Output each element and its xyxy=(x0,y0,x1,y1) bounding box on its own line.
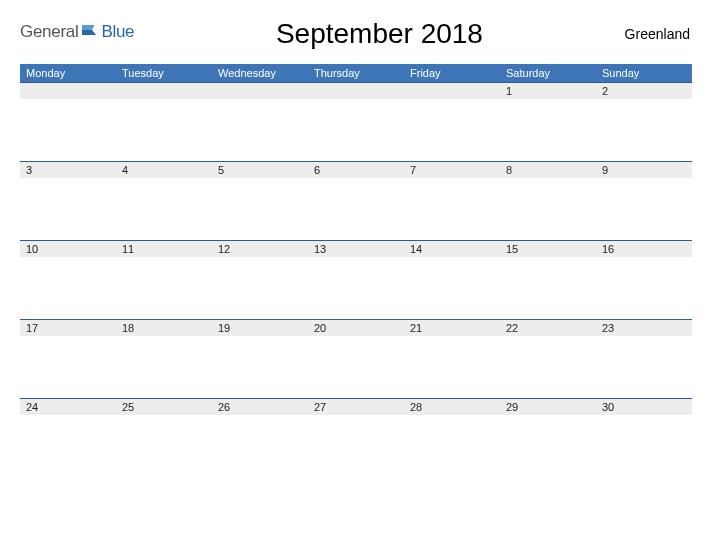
calendar-week: 17181920212223 xyxy=(20,319,692,398)
calendar-week: 3456789 xyxy=(20,161,692,240)
day-number xyxy=(20,82,116,99)
logo-text-blue: Blue xyxy=(101,22,134,42)
day-cell xyxy=(308,99,404,161)
calendar-week: 24252627282930 xyxy=(20,398,692,477)
day-cell xyxy=(500,415,596,477)
day-cell xyxy=(308,415,404,477)
day-cell xyxy=(20,257,116,319)
day-cell xyxy=(404,99,500,161)
weekday-header: Saturday xyxy=(500,64,596,82)
day-cell xyxy=(404,257,500,319)
day-cell xyxy=(20,336,116,398)
day-number: 28 xyxy=(404,398,500,415)
day-cell xyxy=(596,415,692,477)
day-cell xyxy=(308,336,404,398)
day-cell xyxy=(212,415,308,477)
day-number: 13 xyxy=(308,240,404,257)
day-number: 14 xyxy=(404,240,500,257)
day-number: 1 xyxy=(500,82,596,99)
day-cell xyxy=(116,99,212,161)
day-number: 19 xyxy=(212,319,308,336)
weekday-header: Friday xyxy=(404,64,500,82)
day-number xyxy=(116,82,212,99)
weekday-header: Wednesday xyxy=(212,64,308,82)
day-number: 16 xyxy=(596,240,692,257)
day-cell xyxy=(596,99,692,161)
logo-text-general: General xyxy=(20,22,78,42)
day-number: 17 xyxy=(20,319,116,336)
day-cell xyxy=(500,99,596,161)
day-number: 27 xyxy=(308,398,404,415)
day-number: 6 xyxy=(308,161,404,178)
day-number: 26 xyxy=(212,398,308,415)
day-number: 9 xyxy=(596,161,692,178)
day-cell xyxy=(404,415,500,477)
day-cell xyxy=(404,336,500,398)
day-cell xyxy=(404,178,500,240)
day-number: 8 xyxy=(500,161,596,178)
day-number: 2 xyxy=(596,82,692,99)
calendar-region: Greenland xyxy=(625,18,692,42)
day-number: 10 xyxy=(20,240,116,257)
day-number: 30 xyxy=(596,398,692,415)
day-number: 22 xyxy=(500,319,596,336)
calendar-weeks: 1234567891011121314151617181920212223242… xyxy=(20,82,692,477)
day-number: 5 xyxy=(212,161,308,178)
day-cell xyxy=(308,178,404,240)
weekday-header: Sunday xyxy=(596,64,692,82)
weekday-header: Thursday xyxy=(308,64,404,82)
day-cell xyxy=(116,178,212,240)
day-cell xyxy=(500,336,596,398)
day-cell xyxy=(20,178,116,240)
day-number: 3 xyxy=(20,161,116,178)
calendar-header: General Blue September 2018 Greenland xyxy=(20,18,692,50)
day-number xyxy=(308,82,404,99)
day-number: 12 xyxy=(212,240,308,257)
day-number: 15 xyxy=(500,240,596,257)
calendar-title: September 2018 xyxy=(134,18,624,50)
day-number: 18 xyxy=(116,319,212,336)
calendar-grid: Monday Tuesday Wednesday Thursday Friday… xyxy=(20,64,692,477)
day-number: 25 xyxy=(116,398,212,415)
day-cell xyxy=(500,178,596,240)
day-cell xyxy=(116,257,212,319)
brand-logo: General Blue xyxy=(20,18,134,42)
logo-flag-icon xyxy=(81,23,99,41)
day-number: 4 xyxy=(116,161,212,178)
calendar-week: 12 xyxy=(20,82,692,161)
day-cell xyxy=(212,336,308,398)
day-cell xyxy=(116,415,212,477)
day-cell xyxy=(596,178,692,240)
weekday-header-row: Monday Tuesday Wednesday Thursday Friday… xyxy=(20,64,692,82)
day-cell xyxy=(116,336,212,398)
day-number: 7 xyxy=(404,161,500,178)
day-cell xyxy=(212,99,308,161)
day-number xyxy=(212,82,308,99)
day-number: 20 xyxy=(308,319,404,336)
day-number: 23 xyxy=(596,319,692,336)
day-cell xyxy=(500,257,596,319)
calendar-week: 10111213141516 xyxy=(20,240,692,319)
day-number: 29 xyxy=(500,398,596,415)
day-cell xyxy=(596,336,692,398)
day-number: 21 xyxy=(404,319,500,336)
day-cell xyxy=(20,99,116,161)
weekday-header: Monday xyxy=(20,64,116,82)
day-number: 24 xyxy=(20,398,116,415)
day-cell xyxy=(596,257,692,319)
day-cell xyxy=(212,178,308,240)
day-cell xyxy=(308,257,404,319)
day-number: 11 xyxy=(116,240,212,257)
day-number xyxy=(404,82,500,99)
day-cell xyxy=(212,257,308,319)
day-cell xyxy=(20,415,116,477)
weekday-header: Tuesday xyxy=(116,64,212,82)
